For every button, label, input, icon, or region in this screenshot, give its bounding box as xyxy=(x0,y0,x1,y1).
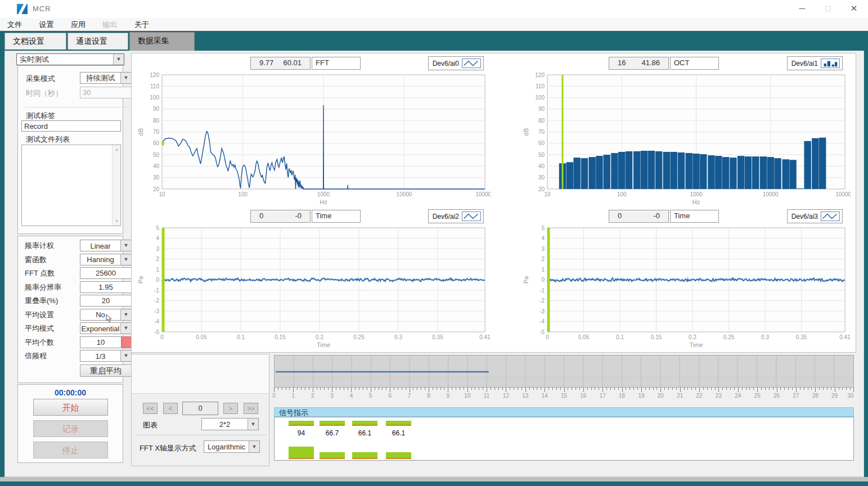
svg-text:0.35: 0.35 xyxy=(796,334,807,340)
signal-meter-level xyxy=(289,447,314,459)
param-input-4[interactable]: 20 xyxy=(80,295,132,307)
minimize-button[interactable]: ─ xyxy=(789,0,815,18)
ruler-minor-tick xyxy=(498,388,499,390)
chevron-down-icon: ▼ xyxy=(249,441,259,452)
ruler-tick xyxy=(506,388,506,392)
svg-text:0.1: 0.1 xyxy=(616,334,624,340)
ruler-minor-tick xyxy=(289,388,290,390)
scroll-up-icon[interactable]: ▲ xyxy=(113,145,121,154)
restart-average-button[interactable]: 重启平均 xyxy=(80,364,132,377)
scroll-down-icon[interactable]: ▼ xyxy=(113,217,121,226)
svg-text:-3: -3 xyxy=(539,308,545,314)
svg-text:60: 60 xyxy=(538,140,545,146)
ruler-minor-tick xyxy=(695,388,696,390)
time-plot-ai3[interactable]: -5-4-3-2-101234500.050.10.150.20.250.30.… xyxy=(521,224,851,351)
page-prev-button[interactable]: < xyxy=(163,403,178,414)
svg-text:5: 5 xyxy=(156,225,159,231)
ruler-minor-tick xyxy=(839,388,839,390)
ruler-number: 18 xyxy=(619,393,625,399)
page-next-button[interactable]: > xyxy=(223,403,238,414)
ruler-minor-tick xyxy=(328,388,329,390)
file-list-scrollbar[interactable]: ▲ ▼ xyxy=(112,145,120,226)
record-timeline[interactable] xyxy=(274,355,854,388)
fft-plot[interactable]: 2030405060708090100110120101001000100001… xyxy=(136,71,491,208)
param-select-0[interactable]: Linear▼ xyxy=(80,240,132,251)
channel-selector[interactable]: Dev6/ai2 xyxy=(428,209,484,223)
menu-bar: 文件 设置 应用 输出 关于 xyxy=(0,18,868,31)
tab-document-settings[interactable]: 文档设置 xyxy=(5,33,66,50)
svg-text:-4: -4 xyxy=(154,318,159,325)
ruler-minor-tick xyxy=(475,388,475,390)
ruler-minor-tick xyxy=(726,388,727,390)
ruler-minor-tick xyxy=(502,388,503,390)
test-mode-select[interactable]: 实时测试 ▼ xyxy=(16,53,124,65)
menu-settings[interactable]: 设置 xyxy=(32,18,61,31)
ruler-minor-tick xyxy=(765,388,766,390)
start-button[interactable]: 开始 xyxy=(33,399,108,416)
page-number-box[interactable]: 0 xyxy=(182,402,218,415)
ruler-minor-tick xyxy=(742,388,743,390)
channel-selector[interactable]: Dev6/ai0 xyxy=(428,56,484,70)
oct-plot[interactable]: 2030405060708090100110120101001000100001… xyxy=(521,71,851,208)
maximize-button[interactable]: □ xyxy=(815,0,841,18)
chart-type-box[interactable]: OCT xyxy=(670,57,719,70)
ruler-number: 26 xyxy=(773,393,780,399)
acq-mode-select[interactable]: 持续测试 ▼ xyxy=(80,72,132,84)
bar-chart-icon xyxy=(821,58,840,68)
param-input-2[interactable]: 25600 xyxy=(80,267,132,279)
svg-text:70: 70 xyxy=(538,129,545,135)
fft-xaxis-mode-select[interactable]: Logarithmic ▼ xyxy=(204,440,260,453)
ruler-number: 7 xyxy=(408,393,411,399)
ruler-minor-tick xyxy=(460,388,460,390)
menu-about[interactable]: 关于 xyxy=(127,18,156,31)
cursor-readout: 0 -0 xyxy=(250,210,311,223)
chart-cell-time2: 0 -0 Time Dev6/ai3 -5-4-3-2-101234500.05… xyxy=(521,209,851,351)
close-button[interactable]: ✕ xyxy=(841,0,867,18)
ruler-minor-tick xyxy=(537,388,537,390)
svg-text:50: 50 xyxy=(538,152,545,158)
chart-type-box[interactable]: Time xyxy=(312,210,361,223)
param-label: 重叠率(%) xyxy=(25,296,58,306)
page-last-button[interactable]: >> xyxy=(244,403,258,414)
test-file-list[interactable]: ▲ ▼ xyxy=(21,145,121,226)
svg-text:Time: Time xyxy=(689,341,703,348)
tab-channel-settings[interactable]: 通道设置 xyxy=(68,33,128,50)
ruler-number: 22 xyxy=(696,393,703,399)
chart-type-box[interactable]: FFT xyxy=(312,57,361,70)
svg-text:3: 3 xyxy=(541,246,545,252)
channel-selector[interactable]: Dev6/ai1 xyxy=(787,56,843,70)
param-select-6[interactable]: Exponential▼ xyxy=(80,322,132,334)
chevron-down-icon: ▼ xyxy=(248,418,258,430)
param-select-1[interactable]: Hanning▼ xyxy=(80,254,132,266)
ruler-minor-tick xyxy=(394,388,394,390)
channel-selector[interactable]: Dev6/ai3 xyxy=(787,209,843,223)
param-input-3[interactable]: 1.95 xyxy=(80,281,132,293)
chart-type-box[interactable]: Time xyxy=(670,210,719,223)
chart-layout-label: 图表 xyxy=(143,420,158,430)
ruler-tick xyxy=(815,388,816,392)
ruler-minor-tick xyxy=(556,388,557,390)
cursor-readout: 9.77 60.01 xyxy=(250,57,311,70)
param-select-8[interactable]: 1/3▼ xyxy=(80,350,132,362)
page-first-button[interactable]: << xyxy=(143,403,158,414)
signal-indicator-box: 94 66.7 66.1 66.1 xyxy=(274,417,854,461)
menu-file[interactable]: 文件 xyxy=(0,18,29,31)
chevron-down-icon: ▼ xyxy=(120,254,131,265)
svg-text:0.2: 0.2 xyxy=(689,334,696,340)
test-tag-input[interactable]: Record xyxy=(21,120,121,132)
chart-layout-select[interactable]: 2*2 ▼ xyxy=(201,418,259,430)
svg-text:10: 10 xyxy=(544,191,551,197)
menu-apply[interactable]: 应用 xyxy=(64,18,93,31)
svg-text:40: 40 xyxy=(153,163,160,169)
svg-text:-1: -1 xyxy=(539,287,545,294)
ruler-tick xyxy=(410,388,410,392)
divider xyxy=(134,435,266,435)
param-input-7[interactable]: 10 xyxy=(80,336,122,348)
time-plot-ai2[interactable]: -5-4-3-2-101234500.050.10.150.20.250.30.… xyxy=(136,224,491,351)
tab-data-acquisition[interactable]: 数据采集 xyxy=(129,32,195,51)
ruler-minor-tick xyxy=(568,388,568,390)
window-bottom-strip xyxy=(0,477,868,482)
svg-text:dB: dB xyxy=(523,128,529,136)
ruler-tick xyxy=(351,388,352,392)
ruler-minor-tick xyxy=(464,388,464,390)
